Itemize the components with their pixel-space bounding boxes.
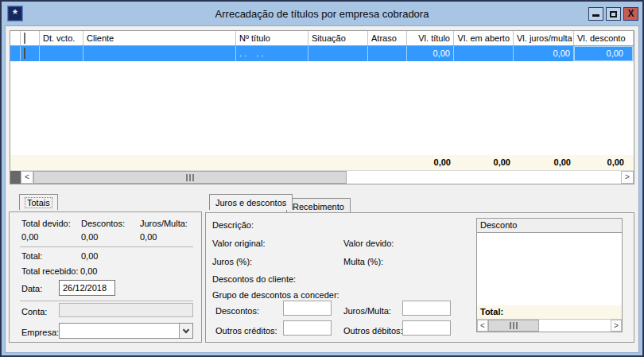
- window-title: Arrecadação de títulos por empresa cobra…: [2, 8, 642, 20]
- titles-grid: Dt. vcto. Cliente Nº título Situação Atr…: [10, 30, 634, 184]
- scroll-right-button[interactable]: >: [621, 171, 634, 184]
- total-vl-juros-multa: 0,00: [514, 155, 574, 170]
- totals-spacer: [368, 155, 407, 170]
- desconto-total-row: Total:: [477, 305, 622, 319]
- grid-header-vl-em-aberto[interactable]: Vl. em aberto: [454, 31, 514, 45]
- descricao-label: Descrição:: [212, 220, 254, 230]
- cell-atraso: [368, 46, 407, 61]
- maximize-button[interactable]: [606, 7, 621, 21]
- desconto-grid: Desconto Total: < >: [476, 218, 623, 332]
- grid-header-row: Dt. vcto. Cliente Nº título Situação Atr…: [10, 31, 634, 46]
- multa-pct-label: Multa (%):: [343, 257, 383, 266]
- table-row[interactable]: . . . . 0,00 0,00 0,00: [10, 46, 634, 61]
- total-vl-desconto: 0,00: [574, 155, 634, 170]
- empresa-value: [60, 324, 179, 338]
- juros-multa-label: Juros/Multa:: [140, 219, 188, 228]
- arrow-left-icon: <: [25, 173, 29, 181]
- divider: [20, 301, 193, 301]
- totals-spacer: [236, 155, 308, 170]
- chevron-down-icon: [183, 326, 189, 332]
- desconto-scroll-right-button[interactable]: >: [611, 320, 622, 332]
- arrow-left-icon: <: [480, 322, 485, 330]
- outros-debitos-label: Outros débitos:: [343, 326, 403, 336]
- titlebar[interactable]: * Arrecadação de títulos por empresa cob…: [2, 2, 642, 25]
- tab-totais-label: Totais: [25, 198, 52, 208]
- scroll-left-button[interactable]: <: [21, 171, 33, 184]
- tab-juros-label: Juros e descontos: [215, 198, 286, 208]
- total-recebido-label: Total recebido:: [21, 266, 79, 276]
- descontos-field[interactable]: [283, 301, 332, 316]
- maximize-icon: [610, 11, 617, 17]
- arrow-right-icon: >: [614, 322, 619, 330]
- totais-panel: Total devido: Descontos: Juros/Multa: 0,…: [9, 211, 202, 343]
- grid-header-vl-desconto[interactable]: Vl. desconto: [574, 31, 634, 45]
- grip-icon: [186, 174, 194, 181]
- grid-header-situacao[interactable]: Situação: [308, 31, 368, 45]
- tab-recebimento-label: Recebimento: [293, 202, 344, 211]
- grupo-descontos-label: Grupo de descontos a conceder:: [212, 290, 339, 300]
- descontos-field-label: Descontos:: [215, 306, 259, 316]
- outros-creditos-label: Outros créditos:: [215, 326, 277, 336]
- empresa-dropdown-button[interactable]: [179, 324, 192, 338]
- desconto-grid-body[interactable]: [477, 233, 622, 305]
- grid-header-indicator: [10, 31, 21, 45]
- scrollbar-thumb[interactable]: [33, 171, 347, 184]
- total-devido-value: 0,00: [21, 232, 38, 242]
- desconto-grid-header[interactable]: Desconto: [477, 219, 622, 233]
- data-label: Data:: [21, 284, 42, 293]
- cell-no-titulo: . . . .: [236, 46, 308, 61]
- row-checkbox-cell: [21, 46, 40, 61]
- close-button[interactable]: X: [623, 7, 638, 21]
- totals-spacer: [21, 155, 40, 170]
- grid-header-vl-juros-multa[interactable]: Vl. juros/multa: [514, 31, 574, 45]
- grid-header-no-titulo[interactable]: Nº título: [236, 31, 308, 45]
- juros-multa-field[interactable]: [402, 301, 451, 316]
- data-field[interactable]: [59, 280, 115, 296]
- grid-header-atraso[interactable]: Atraso: [368, 31, 407, 45]
- total-vl-em-aberto: 0,00: [454, 155, 514, 170]
- descontos-label: Descontos:: [81, 219, 125, 228]
- row-checkbox[interactable]: [24, 48, 25, 59]
- outros-debitos-field[interactable]: [402, 320, 451, 336]
- grid-header-select-all[interactable]: [21, 31, 40, 45]
- grid-header-vl-titulo[interactable]: Vl. título: [407, 31, 454, 45]
- close-icon: X: [627, 10, 634, 18]
- grid-header-dt-vcto[interactable]: Dt. vcto.: [40, 31, 83, 45]
- descontos-cliente-label: Descontos do cliente:: [212, 274, 296, 284]
- cell-dt-vcto: [40, 46, 83, 61]
- desconto-scroll-left-button[interactable]: <: [477, 320, 488, 332]
- totals-spacer: [83, 155, 236, 170]
- grid-empty-body[interactable]: [10, 61, 634, 155]
- tab-recebimento[interactable]: Recebimento: [286, 198, 351, 214]
- outros-creditos-field[interactable]: [283, 320, 332, 336]
- desconto-scrollbar: < >: [477, 319, 622, 332]
- minimize-button[interactable]: [588, 7, 603, 21]
- conta-field[interactable]: [59, 303, 193, 317]
- select-all-checkbox[interactable]: [24, 33, 25, 44]
- desconto-scrollbar-thumb[interactable]: [488, 320, 539, 332]
- empresa-select[interactable]: [59, 323, 193, 339]
- juros-multa-value: 0,00: [140, 232, 157, 242]
- cell-cliente: [83, 46, 236, 61]
- desconto-scrollbar-track[interactable]: [539, 320, 611, 332]
- tab-juros-descontos[interactable]: Juros e descontos: [209, 194, 293, 210]
- minimize-icon: [592, 14, 599, 17]
- cell-situacao: [308, 46, 368, 61]
- total-label: Total:: [21, 251, 42, 261]
- divider: [20, 246, 193, 247]
- cell-vl-em-aberto: [454, 46, 514, 61]
- scrollbar-track[interactable]: [347, 171, 621, 184]
- descontos-value: 0,00: [81, 232, 98, 242]
- cell-vl-desconto: 0,00: [574, 46, 634, 61]
- valor-devido-label: Valor devido:: [343, 239, 394, 248]
- juros-pct-label: Juros (%):: [212, 257, 252, 266]
- scrollbar-corner: [10, 171, 21, 184]
- juros-multa-field-label: Juros/Multa:: [343, 306, 391, 316]
- totals-spacer: [308, 155, 368, 170]
- content-area: Dt. vcto. Cliente Nº título Situação Atr…: [6, 26, 638, 352]
- tab-totais[interactable]: Totais: [19, 194, 58, 210]
- total-devido-label: Total devido:: [21, 219, 71, 228]
- grid-header-cliente[interactable]: Cliente: [83, 31, 236, 45]
- app-window: * Arrecadação de títulos por empresa cob…: [0, 0, 644, 357]
- total-value: 0,00: [81, 251, 98, 261]
